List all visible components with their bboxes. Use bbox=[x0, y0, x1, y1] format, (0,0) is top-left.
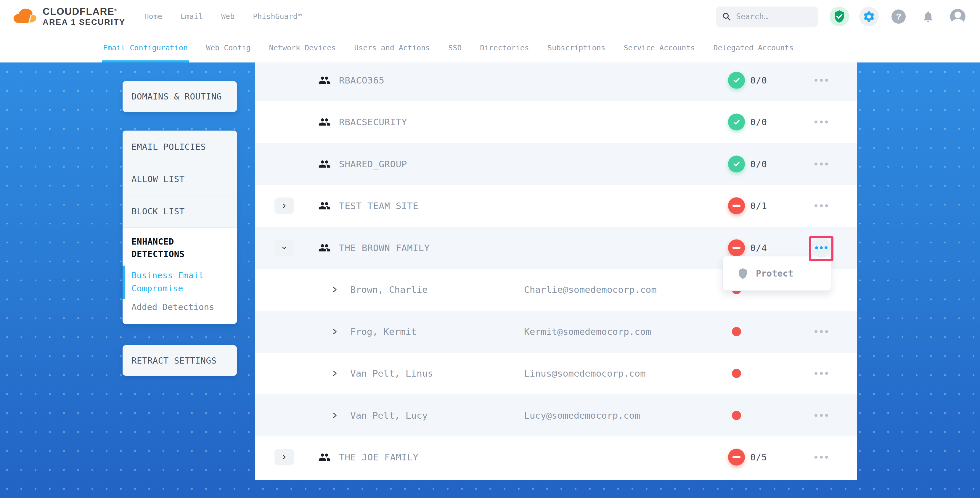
group-name: THE JOE FAMILY bbox=[339, 452, 418, 463]
tab-network-devices[interactable]: Network Devices bbox=[269, 33, 336, 62]
nav-home[interactable]: Home bbox=[145, 12, 162, 21]
menu-item-protect[interactable]: Protect bbox=[756, 268, 793, 278]
member-email: Kermit@somedemocorp.com bbox=[524, 326, 651, 337]
sidebar-label: RETRACT SETTINGS bbox=[123, 356, 216, 366]
page-background: DOMAINS & ROUTING EMAIL POLICIES ALLOW L… bbox=[0, 62, 980, 498]
row-more-menu-button[interactable] bbox=[805, 72, 838, 89]
sidebar-label: ALLOW LIST bbox=[132, 174, 185, 184]
member-email: Charlie@somedemocorp.com bbox=[524, 284, 657, 295]
sidebar-item-business-email-compromise[interactable]: Business Email Compromise bbox=[132, 269, 229, 295]
tab-subscriptions[interactable]: Subscriptions bbox=[547, 33, 606, 62]
table-row[interactable]: THE JOE FAMILY 0/5 bbox=[255, 436, 857, 479]
member-email: Linus@somedemocorp.com bbox=[524, 368, 646, 379]
unprotected-status-dot bbox=[732, 410, 741, 420]
sidebar-item-added-detections[interactable]: Added Detections bbox=[132, 302, 229, 312]
protection-count: 0/4 bbox=[750, 242, 767, 253]
unprotected-status-badge bbox=[728, 239, 745, 256]
sidebar-item-block-list[interactable]: BLOCK LIST bbox=[123, 195, 237, 228]
tab-service-accounts[interactable]: Service Accounts bbox=[624, 33, 695, 62]
protection-count: 0/0 bbox=[750, 159, 767, 169]
search-input[interactable] bbox=[736, 12, 807, 21]
chevron-right-icon bbox=[281, 454, 288, 460]
group-name: SHARED_GROUP bbox=[339, 159, 407, 169]
member-chevron-icon bbox=[331, 328, 339, 336]
cloudflare-cloud-icon bbox=[13, 6, 40, 26]
group-icon bbox=[318, 451, 331, 463]
group-icon bbox=[318, 242, 331, 254]
chevron-right-icon bbox=[281, 202, 288, 209]
tab-directories[interactable]: Directories bbox=[480, 33, 529, 62]
sidebar-item-email-policies[interactable]: EMAIL POLICIES bbox=[123, 130, 237, 163]
protect-shield-icon bbox=[738, 268, 748, 280]
sidebar-label: DOMAINS & ROUTING bbox=[123, 91, 222, 102]
expand-row-button[interactable] bbox=[274, 449, 294, 465]
table-row[interactable]: RBACO365 0/0 bbox=[255, 59, 857, 101]
member-name: Frog, Kermit bbox=[350, 326, 417, 337]
row-more-menu-button[interactable] bbox=[805, 407, 838, 424]
help-icon[interactable]: ? bbox=[889, 7, 908, 26]
protection-count: 0/5 bbox=[750, 452, 767, 463]
tab-delegated-accounts[interactable]: Delegated Accounts bbox=[713, 33, 794, 62]
sidebar-item-domains-routing[interactable]: DOMAINS & ROUTING bbox=[123, 81, 237, 112]
top-header: CLOUDFLARE® AREA 1 SECURITY Home Email W… bbox=[0, 0, 980, 33]
nav-email[interactable]: Email bbox=[181, 12, 203, 21]
nav-web[interactable]: Web bbox=[221, 12, 234, 21]
shield-check-icon[interactable] bbox=[830, 7, 849, 26]
table-row-member[interactable]: Van Pelt, Lucy Lucy@somedemocorp.com bbox=[255, 395, 857, 436]
member-name: Brown, Charlie bbox=[350, 284, 428, 295]
nav-phishguard[interactable]: PhishGuard™ bbox=[253, 12, 302, 21]
group-icon bbox=[318, 74, 331, 86]
row-more-menu-button[interactable] bbox=[805, 155, 838, 173]
tab-email-configuration[interactable]: Email Configuration bbox=[103, 33, 188, 62]
protection-count: 0/1 bbox=[750, 201, 767, 211]
config-tabbar: Email Configuration Web Config Network D… bbox=[0, 33, 980, 62]
row-context-menu: Protect bbox=[722, 256, 831, 291]
bell-icon[interactable] bbox=[918, 7, 938, 26]
header-icon-cluster: ? bbox=[830, 7, 967, 26]
row-more-menu-button[interactable] bbox=[805, 323, 838, 340]
unprotected-status-badge bbox=[728, 449, 745, 466]
table-row-member[interactable]: Van Pelt, Linus Linus@somedemocorp.com bbox=[255, 353, 857, 395]
directory-groups-table: RBACO365 0/0 RBACSECURITY 0/0 SHARED_GRO… bbox=[255, 59, 857, 480]
protection-count: 0/0 bbox=[750, 117, 767, 127]
table-row[interactable]: TEST TEAM SITE 0/1 bbox=[255, 185, 857, 227]
sidebar-policies-card: EMAIL POLICIES ALLOW LIST BLOCK LIST ENH… bbox=[123, 130, 237, 324]
unprotected-status-dot bbox=[732, 369, 741, 378]
row-more-menu-button[interactable] bbox=[805, 197, 838, 215]
member-name: Van Pelt, Linus bbox=[350, 368, 433, 379]
group-name: RBACSECURITY bbox=[339, 117, 407, 127]
search-box[interactable] bbox=[716, 6, 818, 27]
registered-mark: ® bbox=[114, 8, 118, 12]
row-more-menu-button[interactable] bbox=[805, 364, 838, 382]
sidebar-item-allow-list[interactable]: ALLOW LIST bbox=[123, 163, 237, 195]
group-name: THE BROWN FAMILY bbox=[339, 242, 430, 253]
highlight-annotation-box bbox=[809, 236, 834, 261]
unprotected-status-badge bbox=[728, 197, 745, 214]
sidebar-item-enhanced-detections[interactable]: ENHANCED DETECTIONS bbox=[132, 235, 229, 260]
group-icon bbox=[318, 158, 331, 170]
sidebar-item-retract-settings[interactable]: RETRACT SETTINGS bbox=[123, 345, 237, 376]
chevron-down-icon bbox=[281, 245, 288, 251]
unprotected-status-dot bbox=[732, 327, 741, 336]
group-icon bbox=[318, 200, 331, 212]
table-row[interactable]: RBACSECURITY 0/0 bbox=[255, 101, 857, 143]
row-more-menu-button[interactable] bbox=[805, 113, 838, 131]
tab-web-config[interactable]: Web Config bbox=[206, 33, 251, 62]
member-chevron-icon bbox=[331, 412, 339, 419]
avatar-icon[interactable] bbox=[948, 7, 967, 26]
table-row[interactable]: SHARED_GROUP 0/0 bbox=[255, 143, 857, 185]
protected-status-badge bbox=[728, 72, 745, 89]
table-row-member[interactable]: Frog, Kermit Kermit@somedemocorp.com bbox=[255, 310, 857, 353]
settings-gear-icon[interactable] bbox=[859, 7, 879, 26]
expand-row-button[interactable] bbox=[274, 197, 294, 214]
tab-users-and-actions[interactable]: Users and Actions bbox=[354, 33, 430, 62]
group-name: RBACO365 bbox=[339, 75, 384, 86]
search-icon bbox=[722, 12, 731, 21]
collapse-row-button[interactable] bbox=[274, 240, 294, 256]
sidebar-label: EMAIL POLICIES bbox=[132, 142, 206, 152]
primary-nav: Home Email Web PhishGuard™ bbox=[145, 12, 302, 21]
sidebar-label: BLOCK LIST bbox=[132, 206, 185, 216]
brand-name: CLOUDFLARE® bbox=[43, 6, 126, 17]
tab-sso[interactable]: SSO bbox=[448, 33, 461, 62]
row-more-menu-button[interactable] bbox=[805, 448, 838, 466]
